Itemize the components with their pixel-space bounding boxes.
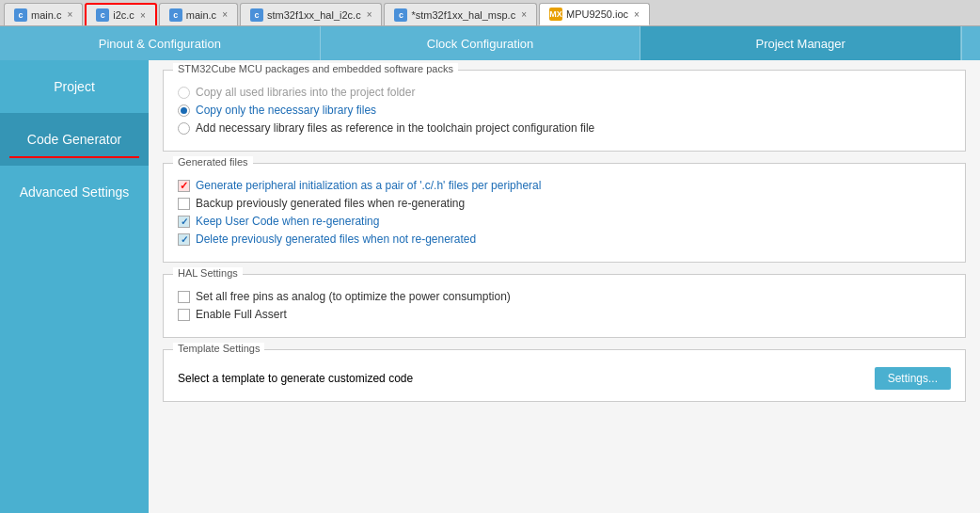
hal-settings-section: HAL Settings Set all free pins as analog… [163,274,966,338]
mcu-packages-options: Copy all used libraries into the project… [178,86,951,135]
sidebar-project-label: Project [54,79,95,94]
option-add-reference[interactable]: Add necessary library files as reference… [178,121,951,135]
generated-files-section: Generated files ✓ Generate peripheral in… [163,163,966,263]
tab-pinout[interactable]: Pinout & Configuration [0,26,321,60]
option-delete-generated[interactable]: Delete previously generated files when n… [178,232,951,246]
option-copy-necessary-label: Copy only the necessary library files [196,104,376,117]
checkbox-delete-generated [178,233,190,246]
close-tab-icon[interactable]: × [367,9,372,20]
sidebar-item-advanced-settings[interactable]: Advanced Settings [0,166,149,218]
tab-project-manager-label: Project Manager [755,37,845,51]
nav-overflow [961,26,980,60]
option-keep-user-code[interactable]: Keep User Code when re-generating [178,215,951,228]
file-tab-label: *stm32f1xx_hal_msp.c [411,9,515,21]
mcu-packages-section: STM32Cube MCU packages and embedded soft… [163,70,966,152]
content-area: STM32Cube MCU packages and embedded soft… [149,60,980,513]
checkbox-backup [178,198,190,210]
c-file-icon: c [394,8,407,22]
option-generate-peripheral-label: Generate peripheral initialization as a … [196,179,541,192]
file-tab-main-c-2[interactable]: c main.c × [159,3,238,25]
option-keep-user-code-label: Keep User Code when re-generating [196,215,379,228]
file-tab-mpu9250[interactable]: MX MPU9250.ioc × [539,3,650,25]
option-delete-generated-label: Delete previously generated files when n… [196,232,476,246]
template-settings-section: Template Settings Select a template to g… [163,349,966,402]
checkbox-keep-user-code [178,216,190,228]
file-tab-bar: c main.c × c i2c.c × c main.c × c stm32f… [0,0,980,26]
sidebar-advanced-settings-label: Advanced Settings [20,184,130,200]
option-backup-label: Backup previously generated files when r… [196,197,465,210]
option-copy-all-label: Copy all used libraries into the project… [196,86,415,99]
close-tab-icon[interactable]: × [521,9,527,20]
generated-files-options: ✓ Generate peripheral initialization as … [178,179,951,246]
file-tab-label: i2c.c [113,9,134,21]
sidebar-item-project[interactable]: Project [0,60,149,113]
sidebar-code-generator-label: Code Generator [27,132,121,147]
template-description: Select a template to generate customized… [178,372,413,385]
file-tab-label: main.c [186,9,216,21]
template-row: Select a template to generate customized… [178,367,951,390]
sidebar: Project Code Generator Advanced Settings [0,60,149,513]
checkbox-set-free-pins [178,291,190,303]
settings-button[interactable]: Settings... [875,367,951,390]
template-settings-content: Select a template to generate customized… [178,367,951,390]
hal-settings-options: Set all free pins as analog (to optimize… [178,290,951,321]
main-nav-tabs: Pinout & Configuration Clock Configurati… [0,26,980,60]
checkbox-enable-full-assert [178,309,190,321]
mcu-packages-legend: STM32Cube MCU packages and embedded soft… [173,63,458,74]
option-set-free-pins-label: Set all free pins as analog (to optimize… [196,290,511,303]
option-copy-all[interactable]: Copy all used libraries into the project… [178,86,951,99]
c-file-icon: c [250,8,263,22]
file-tab-label: main.c [31,9,61,21]
close-tab-icon[interactable]: × [140,10,146,21]
option-enable-full-assert-label: Enable Full Assert [196,308,287,321]
option-enable-full-assert[interactable]: Enable Full Assert [178,308,951,321]
checkbox-generate-peripheral: ✓ [178,180,190,192]
main-layout: Project Code Generator Advanced Settings… [0,60,980,513]
option-backup[interactable]: Backup previously generated files when r… [178,197,951,210]
option-set-free-pins[interactable]: Set all free pins as analog (to optimize… [178,290,951,303]
file-tab-i2c-c[interactable]: c i2c.c × [85,3,156,25]
template-settings-legend: Template Settings [173,343,264,354]
radio-add-reference [178,122,190,135]
c-file-icon: c [96,8,109,22]
option-add-reference-label: Add necessary library files as reference… [196,121,594,135]
tab-clock-label: Clock Configuration [427,37,533,51]
active-underline [9,156,139,158]
file-tab-stm32-hal-msp[interactable]: c *stm32f1xx_hal_msp.c × [384,3,537,25]
close-tab-icon[interactable]: × [222,9,228,20]
sidebar-item-code-generator[interactable]: Code Generator [0,113,149,166]
radio-copy-all [178,87,190,99]
option-copy-necessary[interactable]: Copy only the necessary library files [178,104,951,117]
tab-pinout-label: Pinout & Configuration [99,37,221,51]
file-tab-main-c-1[interactable]: c main.c × [4,3,83,25]
option-generate-peripheral[interactable]: ✓ Generate peripheral initialization as … [178,179,951,192]
file-tab-label: stm32f1xx_hal_i2c.c [267,9,361,21]
mx-file-icon: MX [549,8,562,21]
close-tab-icon[interactable]: × [67,9,72,20]
c-file-icon: c [169,8,182,22]
c-file-icon: c [14,8,27,22]
tab-clock[interactable]: Clock Configuration [321,26,641,60]
file-tab-label: MPU9250.ioc [566,8,628,20]
hal-settings-legend: HAL Settings [173,267,243,279]
tab-project-manager[interactable]: Project Manager [640,26,961,60]
generated-files-legend: Generated files [173,156,253,168]
close-tab-icon[interactable]: × [634,9,640,20]
file-tab-stm32-hal-i2c[interactable]: c stm32f1xx_hal_i2c.c × [240,3,383,25]
radio-copy-necessary [178,104,190,117]
